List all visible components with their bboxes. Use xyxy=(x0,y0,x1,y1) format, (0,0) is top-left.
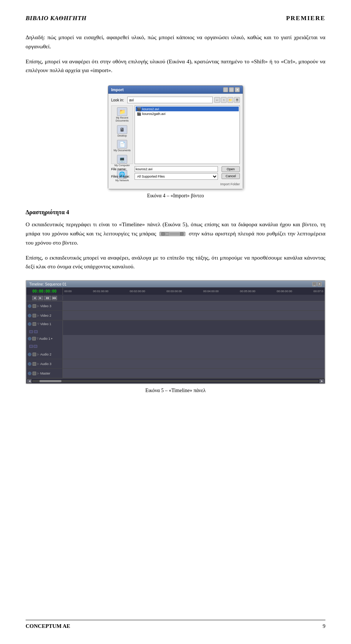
track-header-video3: ▷ Video 3 xyxy=(26,301,63,310)
track-lock-audio1[interactable] xyxy=(32,337,36,340)
figure-4-container: Import _ □ ✕ Look in: avi ← ↑ xyxy=(26,85,325,199)
track-expand-audio1[interactable]: ▽ xyxy=(37,337,38,340)
track-audio2: ▷ Audio 2 xyxy=(26,350,325,359)
timeline-titlebar: Timeline: Sequence 01 _ ✕ xyxy=(26,281,325,287)
ctrl-btn-3[interactable]: ▮▮ xyxy=(44,296,51,300)
view-icon[interactable]: ☰ xyxy=(234,97,240,103)
header: ΒΙΒΛΙΟ ΚΑΘΗΓΗΤΗ PREMIERE xyxy=(26,15,325,22)
sidebar-mydocs[interactable]: 📄 My Documents xyxy=(114,140,131,152)
sidebar-mycomputer[interactable]: 💻 My Computer xyxy=(114,155,130,167)
file-item-2[interactable]: 🎬 kouros2gath.avi xyxy=(136,111,239,116)
dialog-toolbar: Look in: avi ← ↑ 📁 ☰ xyxy=(111,97,240,103)
ctrl-btn-2[interactable]: ▶ xyxy=(38,296,43,300)
cancel-button[interactable]: Cancel xyxy=(222,173,240,179)
scroll-right-btn[interactable]: ▶ xyxy=(320,379,324,383)
mycomputer-icon: 💻 xyxy=(117,155,127,164)
track-header-video2: ▷ Video 2 xyxy=(26,311,63,320)
desktop-icon: 🖥 xyxy=(117,125,127,134)
track-audio1: ▽ Audio 1 ▸ xyxy=(26,335,325,350)
track-header-master: ▷ Master xyxy=(26,369,63,378)
track-name-audio3: Audio 3 xyxy=(40,362,52,366)
track-header-audio2: ▷ Audio 2 xyxy=(26,350,63,359)
track-name-audio1: Audio 1 xyxy=(39,337,50,340)
audio1-sub-icon2 xyxy=(34,345,37,348)
dialog-titlebar: Import _ □ ✕ xyxy=(108,86,243,94)
timeline-panel: Timeline: Sequence 01 _ ✕ 00:00:00:00 00… xyxy=(26,280,325,384)
filetype-select[interactable]: All Supported Files xyxy=(135,173,218,180)
track-eye-icon-video2[interactable] xyxy=(28,314,31,317)
audio1-header-row2 xyxy=(28,345,37,348)
track-lock-audio2[interactable] xyxy=(33,353,36,356)
ctrl-btn-4[interactable]: ▶▶ xyxy=(52,296,57,300)
timeline-controls-row: ◀ ▶ ▮▮ ▶▶ xyxy=(26,295,325,301)
track-name-video1: Video 1 xyxy=(40,322,51,326)
look-in-dropdown[interactable]: avi xyxy=(127,97,213,103)
timeline-tracks: ▷ Video 3 ▷ Video 2 xyxy=(26,301,325,378)
dialog-title: Import xyxy=(111,88,124,92)
mydocs-label: My Documents xyxy=(114,149,131,152)
paragraph-3: Ο εκπαιδευτικός περιγράφει τι είναι το «… xyxy=(26,220,325,247)
dialog-maximize-btn[interactable]: □ xyxy=(229,87,234,92)
bar-btn-left xyxy=(161,232,165,235)
file-name-1: kouros2.avi xyxy=(142,107,159,111)
file-item-1[interactable]: 🎬 kouros2.avi xyxy=(136,107,239,111)
filename-input[interactable] xyxy=(135,166,218,172)
ruler-mark-3: 00:03:00:00 xyxy=(166,290,182,293)
dialog-minimize-btn[interactable]: _ xyxy=(223,87,228,92)
open-button[interactable]: Open xyxy=(222,166,240,172)
track-eye-icon-video3[interactable] xyxy=(28,304,31,308)
track-expand-video3[interactable]: ▷ xyxy=(37,305,39,308)
track-eye-icon-video1[interactable] xyxy=(28,322,31,326)
track-lock-master[interactable] xyxy=(33,372,36,375)
track-lock-video3[interactable] xyxy=(33,304,36,308)
ruler-mark-4: 00:04:00:00 xyxy=(203,290,219,293)
video1-sub-icon2 xyxy=(34,330,38,333)
track-expand-video2[interactable]: ▷ xyxy=(37,314,39,317)
caption-5: Εικόνα 5 – «Timeline» πάνελ xyxy=(145,388,205,394)
timeline-time-row: 00:00:00:00 00:00 00:01:00:00 00:02:00:0… xyxy=(26,287,325,295)
track-master: ▷ Master xyxy=(26,369,325,378)
file-icon-1: 🎬 xyxy=(137,107,141,111)
track-audio3: ▷ Audio 3 xyxy=(26,359,325,369)
timeline-close-btn[interactable]: ✕ xyxy=(317,282,322,286)
track-video2: ▷ Video 2 xyxy=(26,311,325,320)
dialog-close-btn[interactable]: ✕ xyxy=(235,87,240,92)
import-folder-row: Import Folder xyxy=(111,182,240,186)
track-lock-audio3[interactable] xyxy=(33,362,36,366)
dialog-bottom: File name: Files of type: All Supported … xyxy=(111,166,240,186)
timeline-minimize-btn[interactable]: _ xyxy=(312,282,317,286)
track-expand-master[interactable]: ▷ xyxy=(37,372,39,375)
paragraph-1: Δηλαδή: πώς μπορεί να εισαχθεί, αφαιρεθε… xyxy=(26,33,325,51)
track-expand-audio3[interactable]: ▷ xyxy=(37,362,39,365)
track-eye-icon-audio3[interactable] xyxy=(28,362,31,366)
track-lock-video1[interactable] xyxy=(33,322,36,326)
sidebar-desktop[interactable]: 🖥 Desktop xyxy=(117,125,127,137)
file-name-2: kouros2gath.avi xyxy=(142,112,166,116)
scroll-track xyxy=(32,380,319,382)
scroll-left-btn[interactable]: ◀ xyxy=(27,379,31,383)
track-eye-icon-master[interactable] xyxy=(28,372,31,375)
new-folder-icon[interactable]: 📁 xyxy=(227,97,233,103)
bar-btn-mid xyxy=(165,232,169,235)
back-icon[interactable]: ← xyxy=(214,97,220,103)
track-expand-audio2[interactable]: ▷ xyxy=(37,353,39,356)
track-lock-video2[interactable] xyxy=(33,314,36,317)
filename-label: File name: xyxy=(111,167,133,171)
track-eye-icon-audio2[interactable] xyxy=(28,353,31,356)
sidebar-recent[interactable]: 📁 My RecentDocuments xyxy=(116,107,128,122)
bar-btn-right xyxy=(180,232,184,235)
page: ΒΙΒΛΙΟ ΚΑΘΗΓΗΤΗ PREMIERE Δηλαδή: πώς μπο… xyxy=(0,0,351,644)
track-header-video1: ▽ Video 1 xyxy=(26,320,63,335)
import-folder-button[interactable]: Import Folder xyxy=(220,182,240,186)
file-icon-2: 🎬 xyxy=(137,112,141,116)
scroll-thumb[interactable] xyxy=(39,380,61,382)
ctrl-btn-1[interactable]: ◀ xyxy=(32,296,37,300)
track-header-video1-row1: ▽ Video 1 xyxy=(28,322,51,326)
track-video3: ▷ Video 3 xyxy=(26,301,325,311)
track-eye-icon-audio1[interactable] xyxy=(28,337,31,340)
up-icon[interactable]: ↑ xyxy=(221,97,227,103)
header-right-title: PREMIERE xyxy=(286,15,325,22)
ruler-mark-0: 00:00 xyxy=(64,290,72,293)
track-expand-video1[interactable]: ▽ xyxy=(37,323,39,325)
look-in-label: Look in: xyxy=(111,98,126,102)
